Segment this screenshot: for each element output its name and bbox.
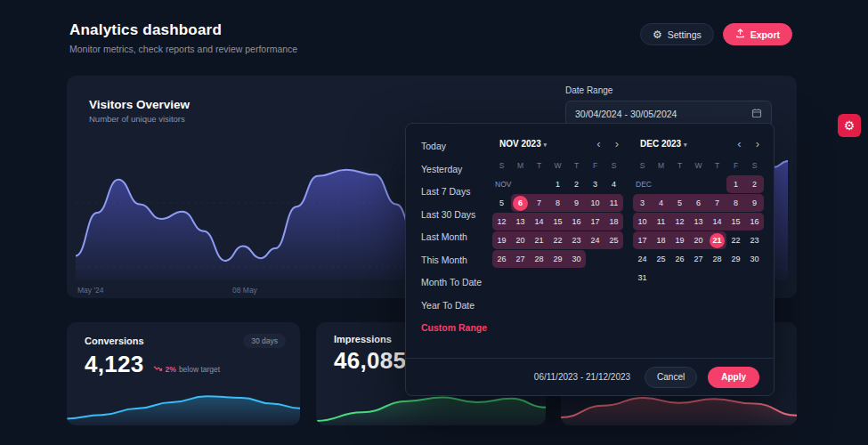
day-nov-28[interactable]: 28 [530,250,548,268]
preset-month-to-date[interactable]: Month To Date [421,277,489,287]
weekday-label: S [745,157,764,174]
apply-button[interactable]: Apply [708,367,759,388]
weekday-label: F [586,157,604,174]
page-subtitle: Monitor metrics, check reports and revie… [69,44,297,54]
day-nov-8[interactable]: 8 [548,194,567,212]
day-dec-20[interactable]: 20 [689,231,708,249]
date-picker-popup: TodayYesterdayLast 7 DaysLast 30 DaysLas… [405,123,775,396]
settings-button-label: Settings [668,29,702,40]
day-dec-7[interactable]: 7 [708,194,726,212]
day-nov-19[interactable]: 19 [492,231,511,249]
day-dec-15[interactable]: 15 [726,213,745,231]
day-dec-25[interactable]: 25 [652,250,670,268]
day-dec-5[interactable]: 5 [670,194,689,212]
empty-cell [708,269,726,287]
day-dec-13[interactable]: 13 [689,213,708,231]
preset-yesterday[interactable]: Yesterday [421,164,489,174]
card-value: 4,123 [85,351,144,378]
day-dec-27[interactable]: 27 [689,250,708,268]
day-dec-16[interactable]: 16 [745,213,764,231]
day-dec-19[interactable]: 19 [670,231,689,249]
day-nov-3[interactable]: 3 [586,175,604,193]
day-nov-7[interactable]: 7 [530,194,548,212]
day-dec-11[interactable]: 11 [652,213,670,231]
day-nov-27[interactable]: 27 [511,250,530,268]
settings-button[interactable]: ⚙ Settings [640,23,714,45]
cancel-button[interactable]: Cancel [645,367,697,388]
day-dec-8[interactable]: 8 [726,194,745,212]
day-dec-22[interactable]: 22 [726,231,745,249]
day-nov-18[interactable]: 18 [604,213,623,231]
day-nov-22[interactable]: 22 [548,231,567,249]
calendar-icon [751,108,762,120]
next-month-button[interactable]: › [756,138,759,150]
preset-last-month[interactable]: Last Month [421,231,489,242]
day-nov-23[interactable]: 23 [567,231,586,249]
prev-month-button[interactable]: ‹ [596,138,600,150]
day-dec-17[interactable]: 17 [633,231,652,249]
day-dec-6[interactable]: 6 [689,194,708,212]
day-dec-12[interactable]: 12 [670,213,689,231]
day-nov-21[interactable]: 21 [530,231,548,249]
day-nov-14[interactable]: 14 [530,213,548,231]
export-button[interactable]: Export [723,23,792,45]
day-nov-16[interactable]: 16 [567,213,586,231]
day-dec-23[interactable]: 23 [745,231,764,249]
next-month-button[interactable]: › [615,138,619,150]
date-range-value: 30/04/2024 - 30/05/2024 [575,109,677,119]
day-nov-2[interactable]: 2 [567,175,586,193]
day-dec-1[interactable]: 1 [726,175,745,193]
day-nov-10[interactable]: 10 [586,194,604,212]
day-nov-4[interactable]: 4 [604,175,623,193]
day-nov-1[interactable]: 1 [548,175,567,193]
day-dec-18[interactable]: 18 [652,231,670,249]
preset-this-month[interactable]: This Month [421,255,489,265]
day-dec-2[interactable]: 2 [745,175,764,193]
day-nov-25[interactable]: 25 [604,231,623,249]
prev-month-button[interactable]: ‹ [737,138,741,150]
day-nov-15[interactable]: 15 [548,213,567,231]
day-dec-30[interactable]: 30 [745,250,764,268]
day-nov-11[interactable]: 11 [604,194,623,212]
preset-last-7-days[interactable]: Last 7 Days [421,186,489,197]
month-year-select[interactable]: DEC 2023 ▾ [640,139,686,149]
preset-today[interactable]: Today [421,141,489,151]
app-header: Analytics dashboard Monitor metrics, che… [69,21,297,54]
month-year-select[interactable]: NOV 2023 ▾ [499,139,547,149]
day-nov-24[interactable]: 24 [586,231,604,249]
day-nov-5[interactable]: 5 [492,194,511,212]
day-dec-24[interactable]: 24 [633,250,652,268]
day-nov-12[interactable]: 12 [492,213,511,231]
weekday-label: T [530,157,548,174]
export-button-label: Export [750,29,780,40]
day-dec-28[interactable]: 28 [708,250,726,268]
day-dec-21[interactable]: 21 [708,231,726,249]
gear-icon: ⚙ [844,118,856,133]
trend-note: below target [179,365,220,374]
day-nov-13[interactable]: 13 [511,213,530,231]
month-tag: NOV [492,175,511,193]
date-picker-footer: 06/11/2023 - 21/12/2023 Cancel Apply [406,358,774,395]
day-dec-31[interactable]: 31 [633,269,652,287]
theme-settings-button[interactable]: ⚙ [838,114,861,137]
day-nov-26[interactable]: 26 [492,250,511,268]
day-dec-26[interactable]: 26 [670,250,689,268]
day-nov-9[interactable]: 9 [567,194,586,212]
day-nov-29[interactable]: 29 [548,250,567,268]
day-dec-9[interactable]: 9 [745,194,764,212]
day-nov-30[interactable]: 30 [567,250,586,268]
day-dec-14[interactable]: 14 [708,213,726,231]
day-dec-29[interactable]: 29 [726,250,745,268]
preset-last-30-days[interactable]: Last 30 Days [421,209,489,220]
weekday-label: T [708,157,726,174]
day-dec-3[interactable]: 3 [633,194,652,212]
weekday-label: W [689,157,708,174]
day-dec-10[interactable]: 10 [633,213,652,231]
day-nov-6[interactable]: 6 [511,194,530,212]
day-nov-17[interactable]: 17 [586,213,604,231]
day-dec-4[interactable]: 4 [652,194,670,212]
card-value: 46,085 [334,347,406,375]
day-nov-20[interactable]: 20 [511,231,530,249]
preset-custom-range[interactable]: Custom Range [421,322,489,333]
preset-year-to-date[interactable]: Year To Date [421,300,489,311]
